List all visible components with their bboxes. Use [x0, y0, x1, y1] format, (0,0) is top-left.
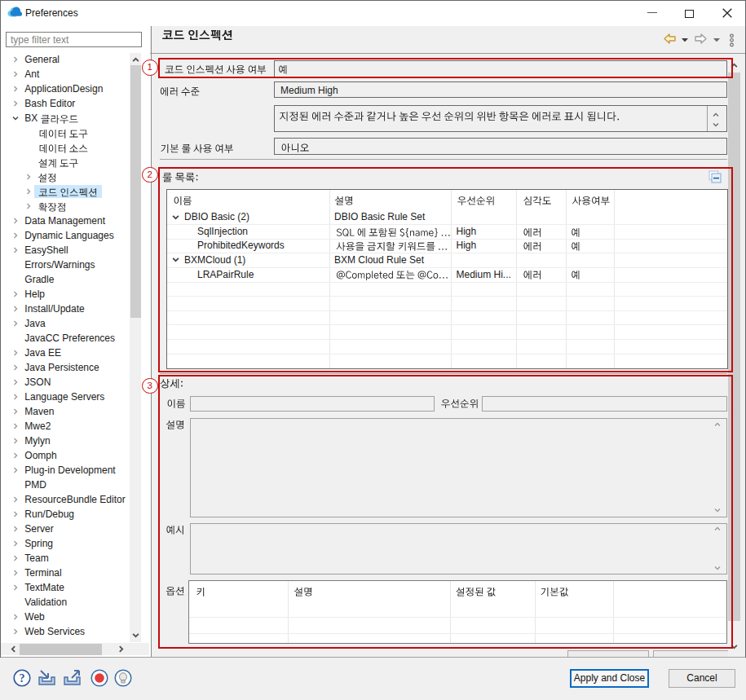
svg-text:?: ?: [20, 672, 25, 685]
